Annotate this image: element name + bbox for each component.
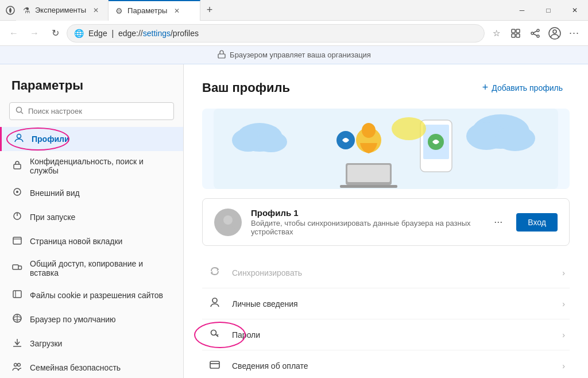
new-tab-button[interactable]: + xyxy=(200,1,219,20)
profile-name: Профиль 1 xyxy=(251,208,480,218)
right-panel: Ваш профиль + Добавить профиль xyxy=(184,64,588,378)
menu-item-sync: Синхронизировать › xyxy=(202,257,570,288)
menu-item-personal-label: Личные сведения xyxy=(232,299,553,308)
svg-rect-24 xyxy=(13,291,21,298)
search-input[interactable] xyxy=(28,107,168,115)
svg-rect-23 xyxy=(13,265,18,269)
svg-line-9 xyxy=(533,34,537,36)
forward-button[interactable]: → xyxy=(25,24,44,43)
svg-rect-53 xyxy=(340,185,397,188)
close-button[interactable]: ✕ xyxy=(562,0,588,21)
svg-rect-3 xyxy=(512,34,515,37)
cookies-icon xyxy=(11,289,23,302)
svg-point-56 xyxy=(223,215,233,225)
search-box[interactable] xyxy=(9,102,174,120)
add-icon: + xyxy=(482,82,489,94)
startup-icon xyxy=(11,211,23,223)
sidebar-item-appearance-label: Внешний вид xyxy=(30,188,80,198)
svg-point-11 xyxy=(553,30,556,33)
new-tab-icon xyxy=(11,235,23,248)
menu-item-passwords[interactable]: Пароли › xyxy=(202,319,570,350)
svg-rect-2 xyxy=(516,29,520,33)
svg-point-7 xyxy=(537,35,539,37)
share-button[interactable] xyxy=(526,24,544,43)
profile-avatar xyxy=(214,209,242,236)
sidebar-item-privacy-label: Конфиденциальность, поиск и службы xyxy=(30,157,172,175)
svg-rect-61 xyxy=(210,361,219,368)
tab-settings[interactable]: ⚙ Параметры ✕ xyxy=(109,0,200,21)
sidebar-item-new-tab[interactable]: Страница новой вкладки xyxy=(0,229,183,253)
profile-card: Профиль 1 Войдите, чтобы синхронизироват… xyxy=(202,198,570,246)
sidebar-item-default[interactable]: Браузер по умолчанию xyxy=(0,307,183,331)
profile-description: Войдите, чтобы синхронизировать данные б… xyxy=(251,219,480,236)
profile-info: Профиль 1 Войдите, чтобы синхронизироват… xyxy=(251,208,480,236)
tab-settings-label: Параметры xyxy=(127,6,167,15)
panel-title: Ваш профиль xyxy=(202,80,290,95)
sidebar-item-profiles[interactable]: Профили xyxy=(0,127,183,151)
signin-button[interactable]: Вход xyxy=(516,213,558,232)
add-profile-label: Добавить профиль xyxy=(492,83,563,92)
passwords-chevron-icon: › xyxy=(562,330,565,340)
main-content: Параметры Профили Конфиденциальность, по… xyxy=(0,64,588,378)
svg-point-57 xyxy=(212,298,217,303)
tab-experiments[interactable]: ⚗ Эксперименты ✕ xyxy=(16,0,109,21)
window-icon xyxy=(5,5,16,16)
sidebar-item-startup[interactable]: При запуске xyxy=(0,205,183,229)
refresh-button[interactable]: ↻ xyxy=(46,24,64,43)
svg-point-30 xyxy=(14,364,17,367)
menu-item-payment[interactable]: Сведения об оплате › xyxy=(202,350,570,378)
default-browser-icon xyxy=(11,313,23,326)
sidebar-item-downloads[interactable]: Загрузки xyxy=(0,331,183,356)
sidebar-item-profiles-label: Профили xyxy=(32,134,69,144)
svg-point-5 xyxy=(537,29,539,32)
svg-line-14 xyxy=(21,112,24,114)
personal-icon xyxy=(207,296,223,311)
sync-chevron-icon: › xyxy=(562,268,565,277)
back-button[interactable]: ← xyxy=(5,24,23,43)
maximize-button[interactable]: □ xyxy=(535,0,562,21)
tab-experiments-label: Эксперименты xyxy=(35,6,86,14)
sidebar-item-sharing[interactable]: Общий доступ, копирование и вставка xyxy=(0,253,183,283)
address-bar[interactable]: 🌐 Edge | edge://settings/profiles xyxy=(67,24,485,43)
tab-experiments-close[interactable]: ✕ xyxy=(91,5,101,16)
svg-point-13 xyxy=(17,107,22,113)
titlebar: ⚗ Эксперименты ✕ ⚙ Параметры ✕ + ─ □ ✕ xyxy=(0,0,588,21)
menu-item-sync-label: Синхронизировать xyxy=(232,268,553,277)
sidebar-item-appearance[interactable]: Внешний вид xyxy=(0,181,183,205)
navbar: ← → ↻ 🌐 Edge | edge://settings/profiles … xyxy=(0,21,588,46)
sidebar-item-cookies[interactable]: Файлы cookie и разрешения сайтов xyxy=(0,283,183,307)
tab-settings-close[interactable]: ✕ xyxy=(172,6,182,16)
add-profile-button[interactable]: + Добавить профиль xyxy=(475,78,570,97)
nav-right: ☆ ··· xyxy=(487,24,583,43)
titlebar-controls: ─ □ ✕ xyxy=(509,0,588,21)
collections-button[interactable] xyxy=(506,24,525,43)
svg-rect-16 xyxy=(14,164,21,169)
titlebar-left xyxy=(0,5,16,16)
svg-rect-12 xyxy=(218,54,225,58)
payment-chevron-icon: › xyxy=(562,361,565,371)
sidebar-item-new-tab-label: Страница новой вкладки xyxy=(30,237,122,246)
sidebar-item-startup-label: При запуске xyxy=(30,213,75,222)
passwords-icon xyxy=(207,327,223,342)
appearance-icon xyxy=(11,187,23,199)
sidebar-item-family[interactable]: Семейная безопасность xyxy=(0,356,183,378)
more-button[interactable]: ··· xyxy=(565,24,583,43)
sidebar-item-privacy[interactable]: Конфиденциальность, поиск и службы xyxy=(0,151,183,181)
privacy-icon xyxy=(11,160,23,172)
favorites-button[interactable]: ☆ xyxy=(487,24,505,43)
settings-tab-icon: ⚙ xyxy=(115,6,123,16)
sidebar-item-sharing-label: Общий доступ, копирование и вставка xyxy=(30,259,172,277)
svg-line-8 xyxy=(533,31,537,33)
profile-more-button[interactable]: ··· xyxy=(489,214,507,230)
svg-point-31 xyxy=(18,364,21,367)
profile-banner xyxy=(202,109,570,189)
minimize-button[interactable]: ─ xyxy=(509,0,535,21)
managed-icon xyxy=(217,49,226,60)
edge-browser-icon: 🌐 xyxy=(74,29,84,38)
menu-item-personal[interactable]: Личные сведения › xyxy=(202,288,570,319)
sidebar-title: Параметры xyxy=(0,64,183,102)
sidebar: Параметры Профили Конфиденциальность, по… xyxy=(0,64,184,378)
profile-button[interactable] xyxy=(546,24,564,43)
svg-point-6 xyxy=(531,32,533,34)
managed-bar: Браузером управляет ваша организация xyxy=(0,46,588,64)
